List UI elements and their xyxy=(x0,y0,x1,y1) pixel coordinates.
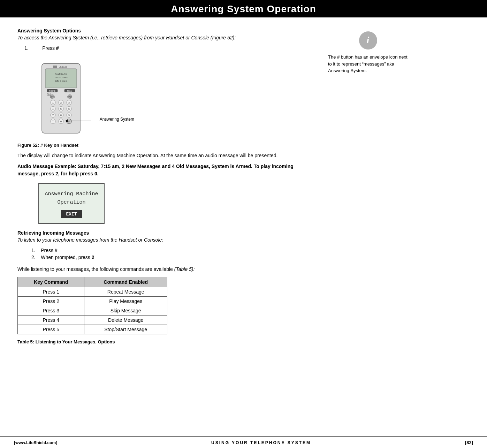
left-column: Answering System Options To access the A… xyxy=(17,28,321,344)
table-header-row: Key Command Command Enabled xyxy=(18,277,167,287)
table-row: Press 1Repeat Message xyxy=(18,287,167,297)
while-text: While listening to your messages, the fo… xyxy=(17,266,310,272)
footer-center: USING YOUR TELEPHONE SYSTEM xyxy=(211,440,311,445)
table-row: Press 4Delete Message xyxy=(18,316,167,325)
table-row: Press 3Skip Message xyxy=(18,306,167,316)
svg-text:4: 4 xyxy=(52,108,54,110)
right-column: i The # button has an envelope icon next… xyxy=(321,28,408,344)
page-footer: [www.LifeShield.com] USING YOUR TELEPHON… xyxy=(0,436,487,448)
svg-text:MENU: MENU xyxy=(67,90,73,92)
info-text: The # button has an envelope icon next t… xyxy=(328,54,408,74)
info-icon-letter: i xyxy=(367,35,370,46)
retrieving-section: Retrieving Incoming Messages To listen t… xyxy=(17,230,310,344)
command-enabled-cell: Delete Message xyxy=(84,316,167,325)
svg-text:5: 5 xyxy=(60,108,62,110)
command-enabled-cell: Repeat Message xyxy=(84,287,167,297)
key-command-cell: Press 2 xyxy=(18,297,84,306)
footer-right: [82] xyxy=(465,440,473,445)
footer-left: [www.LifeShield.com] xyxy=(14,440,57,445)
commands-table: Key Command Command Enabled Press 1Repea… xyxy=(17,277,167,334)
svg-text:7: 7 xyxy=(52,114,54,116)
answering-options-title: Answering System Options xyxy=(17,28,310,33)
main-content: Answering System Options To access the A… xyxy=(0,17,487,355)
key-command-cell: Press 4 xyxy=(18,316,84,325)
key-command-cell: Press 1 xyxy=(18,287,84,297)
svg-text:0: 0 xyxy=(60,120,62,123)
step2-text: When prompted, press 2 xyxy=(37,255,94,260)
lcd-line2: Operation xyxy=(43,198,100,207)
command-enabled-cell: Play Messages xyxy=(84,297,167,306)
answering-system-options-section: Answering System Options To access the A… xyxy=(17,28,310,224)
svg-text:1: 1 xyxy=(52,101,54,104)
svg-text:3: 3 xyxy=(68,101,70,104)
retrieving-steps: 1. Press # 2. When prompted, press 2 xyxy=(31,248,310,260)
retrieving-step1: 1. Press # xyxy=(31,248,310,253)
svg-text:Ready to Arm: Ready to Arm xyxy=(55,73,67,75)
step2-number: 2. xyxy=(31,255,36,260)
svg-text:*: * xyxy=(52,120,54,123)
phone-figure-container: Ready to Arm Thu 2/8 11:44a Calls: 2 Msg… xyxy=(38,60,84,138)
info-box: i The # button has an envelope icon next… xyxy=(328,28,408,74)
svg-text:MUTE: MUTE xyxy=(50,96,55,98)
svg-text:Calls: 2  Msg: 2: Calls: 2 Msg: 2 xyxy=(55,80,67,82)
answering-options-intro: To access the Answering System (i.e., re… xyxy=(17,35,310,40)
svg-text:PHONE: PHONE xyxy=(49,90,55,92)
retrieving-title: Retrieving Incoming Messages xyxy=(17,230,310,236)
col2-header: Command Enabled xyxy=(84,277,167,287)
step1-number: 1. xyxy=(24,45,29,51)
phone-device-svg: Ready to Arm Thu 2/8 11:44a Calls: 2 Msg… xyxy=(38,60,84,137)
lcd-text: Answering Machine Operation xyxy=(43,190,100,207)
description-text: The display will change to indicate Answ… xyxy=(17,152,310,159)
answering-system-pointer: Answering System xyxy=(63,114,134,124)
table-caption: Table 5: Listening to Your Messages, Opt… xyxy=(17,339,310,344)
answering-system-label: Answering System xyxy=(100,117,134,122)
svg-text:END: END xyxy=(47,95,51,97)
key-command-cell: Press 3 xyxy=(18,306,84,316)
svg-text:8: 8 xyxy=(60,114,62,116)
table-row: Press 2Play Messages xyxy=(18,297,167,306)
phone-svg-wrapper: Ready to Arm Thu 2/8 11:44a Calls: 2 Msg… xyxy=(38,60,84,138)
svg-text:OPEN: OPEN xyxy=(67,96,73,98)
figure-caption: Figure 52: # Key on Handset xyxy=(17,143,310,148)
retrieving-step2: 2. When prompted, press 2 xyxy=(31,255,310,260)
svg-text:LifeShield: LifeShield xyxy=(59,66,67,68)
svg-text:Thu 2/8 11:44a: Thu 2/8 11:44a xyxy=(54,76,68,78)
lcd-exit-button[interactable]: EXIT xyxy=(61,210,82,218)
command-enabled-cell: Stop/Start Message xyxy=(84,325,167,334)
svg-text:2: 2 xyxy=(60,101,62,104)
step1-number: 1. xyxy=(31,248,36,253)
command-enabled-cell: Skip Message xyxy=(84,306,167,316)
step-1: 1. Press # xyxy=(17,45,310,51)
retrieving-intro: To listen to your telephone messages fro… xyxy=(17,237,310,243)
pointer-arrow-svg xyxy=(63,114,98,124)
lcd-display: Answering Machine Operation EXIT xyxy=(38,183,105,224)
step1-text: Press # xyxy=(37,248,58,253)
page-header: Answering System Operation xyxy=(0,0,487,17)
svg-rect-39 xyxy=(53,66,57,68)
svg-text:6: 6 xyxy=(68,108,70,110)
svg-marker-42 xyxy=(65,120,68,122)
page-title: Answering System Operation xyxy=(0,3,487,15)
step1-press-label: Press # xyxy=(37,45,59,51)
col1-header: Key Command xyxy=(18,277,84,287)
info-icon: i xyxy=(359,31,377,50)
table-row: Press 5Stop/Start Message xyxy=(18,325,167,334)
bold-description: Audio Message Example: Saturday, 7:15 am… xyxy=(17,163,310,177)
key-command-cell: Press 5 xyxy=(18,325,84,334)
lcd-line1: Answering Machine xyxy=(43,190,100,198)
